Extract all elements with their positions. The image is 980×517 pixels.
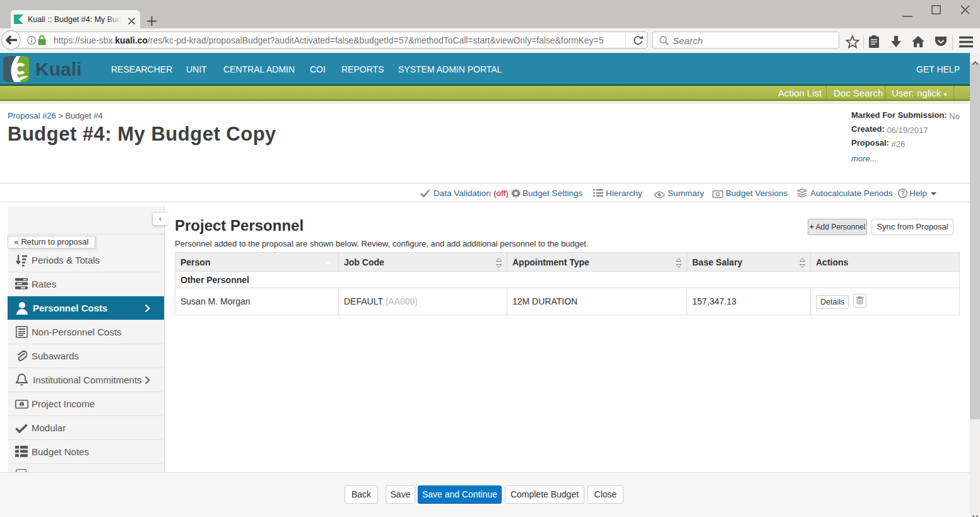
svg-text:1: 1	[21, 402, 23, 407]
svg-text:?: ?	[900, 190, 904, 197]
